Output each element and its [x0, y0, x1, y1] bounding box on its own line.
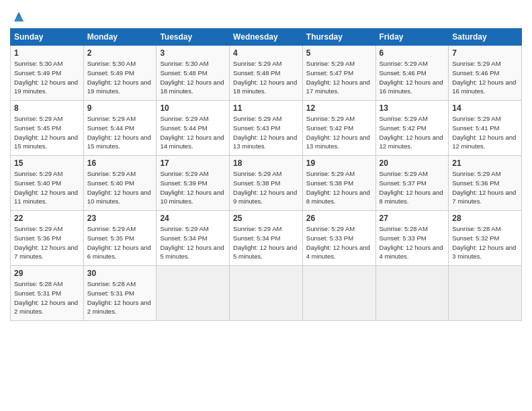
day-number: 8 [14, 103, 80, 113]
calendar-day-cell: 29Sunrise: 5:28 AMSunset: 5:31 PMDayligh… [11, 266, 84, 321]
day-info: Sunrise: 5:28 AMSunset: 5:31 PMDaylight:… [14, 279, 80, 316]
day-info: Sunrise: 5:29 AMSunset: 5:38 PMDaylight:… [233, 169, 299, 206]
day-number: 23 [87, 214, 153, 223]
day-number: 10 [160, 103, 226, 113]
weekday-header: Thursday [302, 29, 375, 46]
day-number: 17 [160, 158, 226, 168]
calendar-day-cell: 6Sunrise: 5:29 AMSunset: 5:46 PMDaylight… [375, 46, 449, 101]
day-info: Sunrise: 5:29 AMSunset: 5:34 PMDaylight:… [233, 224, 299, 261]
day-info: Sunrise: 5:29 AMSunset: 5:48 PMDaylight:… [233, 59, 299, 96]
calendar-day-cell: 13Sunrise: 5:29 AMSunset: 5:42 PMDayligh… [375, 101, 449, 156]
calendar-week-row: 22Sunrise: 5:29 AMSunset: 5:36 PMDayligh… [11, 211, 522, 266]
day-info: Sunrise: 5:29 AMSunset: 5:34 PMDaylight:… [160, 224, 226, 261]
day-number: 24 [160, 214, 226, 223]
calendar-day-cell [375, 266, 449, 321]
calendar-day-cell: 19Sunrise: 5:29 AMSunset: 5:38 PMDayligh… [302, 156, 375, 211]
calendar-day-cell: 25Sunrise: 5:29 AMSunset: 5:34 PMDayligh… [230, 211, 303, 266]
day-number: 3 [160, 48, 226, 58]
calendar-day-cell: 24Sunrise: 5:29 AMSunset: 5:34 PMDayligh… [157, 211, 230, 266]
calendar-day-cell: 16Sunrise: 5:29 AMSunset: 5:40 PMDayligh… [83, 156, 157, 211]
calendar-day-cell: 4Sunrise: 5:29 AMSunset: 5:48 PMDaylight… [230, 46, 303, 101]
day-number: 18 [233, 158, 299, 168]
calendar-day-cell: 20Sunrise: 5:29 AMSunset: 5:37 PMDayligh… [375, 156, 449, 211]
calendar-day-cell: 8Sunrise: 5:29 AMSunset: 5:45 PMDaylight… [11, 101, 84, 156]
day-number: 22 [14, 214, 80, 223]
day-number: 27 [380, 214, 445, 223]
day-info: Sunrise: 5:29 AMSunset: 5:36 PMDaylight:… [452, 169, 518, 206]
calendar-day-cell: 18Sunrise: 5:29 AMSunset: 5:38 PMDayligh… [230, 156, 303, 211]
calendar-day-cell: 14Sunrise: 5:29 AMSunset: 5:41 PMDayligh… [449, 101, 522, 156]
calendar-table: SundayMondayTuesdayWednesdayThursdayFrid… [10, 28, 522, 321]
day-number: 14 [452, 103, 518, 113]
calendar-day-cell: 1Sunrise: 5:30 AMSunset: 5:49 PMDaylight… [11, 46, 84, 101]
weekday-header: Saturday [449, 29, 522, 46]
calendar-day-cell: 10Sunrise: 5:29 AMSunset: 5:44 PMDayligh… [157, 101, 230, 156]
day-info: Sunrise: 5:29 AMSunset: 5:37 PMDaylight:… [380, 169, 445, 206]
calendar-day-cell: 12Sunrise: 5:29 AMSunset: 5:42 PMDayligh… [302, 101, 375, 156]
day-info: Sunrise: 5:29 AMSunset: 5:44 PMDaylight:… [87, 114, 153, 151]
day-info: Sunrise: 5:30 AMSunset: 5:48 PMDaylight:… [160, 59, 226, 96]
day-info: Sunrise: 5:28 AMSunset: 5:33 PMDaylight:… [380, 224, 445, 261]
calendar-day-cell: 28Sunrise: 5:28 AMSunset: 5:32 PMDayligh… [449, 211, 522, 266]
day-number: 25 [233, 214, 299, 223]
day-number: 12 [306, 103, 372, 113]
day-info: Sunrise: 5:29 AMSunset: 5:44 PMDaylight:… [160, 114, 226, 151]
day-number: 13 [380, 103, 445, 113]
day-info: Sunrise: 5:28 AMSunset: 5:31 PMDaylight:… [87, 279, 153, 316]
day-number: 5 [306, 48, 372, 58]
day-info: Sunrise: 5:29 AMSunset: 5:38 PMDaylight:… [306, 169, 372, 206]
day-number: 7 [452, 48, 518, 58]
day-info: Sunrise: 5:29 AMSunset: 5:46 PMDaylight:… [452, 59, 518, 96]
logo-icon [11, 9, 26, 24]
weekday-header: Sunday [11, 29, 84, 46]
day-number: 28 [452, 214, 518, 223]
day-number: 26 [306, 214, 372, 223]
calendar-day-cell: 22Sunrise: 5:29 AMSunset: 5:36 PMDayligh… [11, 211, 84, 266]
day-number: 20 [380, 158, 445, 168]
header [10, 7, 522, 24]
weekday-header: Monday [83, 29, 157, 46]
weekday-header: Wednesday [230, 29, 303, 46]
day-info: Sunrise: 5:29 AMSunset: 5:36 PMDaylight:… [14, 224, 80, 261]
day-number: 30 [87, 269, 153, 278]
calendar-day-cell: 9Sunrise: 5:29 AMSunset: 5:44 PMDaylight… [83, 101, 157, 156]
day-info: Sunrise: 5:29 AMSunset: 5:39 PMDaylight:… [160, 169, 226, 206]
calendar-day-cell: 23Sunrise: 5:29 AMSunset: 5:35 PMDayligh… [83, 211, 157, 266]
day-info: Sunrise: 5:29 AMSunset: 5:47 PMDaylight:… [306, 59, 372, 96]
calendar-day-cell: 3Sunrise: 5:30 AMSunset: 5:48 PMDaylight… [157, 46, 230, 101]
day-info: Sunrise: 5:29 AMSunset: 5:42 PMDaylight:… [306, 114, 372, 151]
calendar-day-cell [157, 266, 230, 321]
calendar-day-cell [230, 266, 303, 321]
day-info: Sunrise: 5:29 AMSunset: 5:45 PMDaylight:… [14, 114, 80, 151]
day-number: 6 [380, 48, 445, 58]
day-number: 19 [306, 158, 372, 168]
calendar-day-cell: 26Sunrise: 5:29 AMSunset: 5:33 PMDayligh… [302, 211, 375, 266]
calendar-day-cell [302, 266, 375, 321]
calendar-header: SundayMondayTuesdayWednesdayThursdayFrid… [11, 29, 522, 46]
day-number: 4 [233, 48, 299, 58]
logo [10, 9, 26, 24]
day-number: 16 [87, 158, 153, 168]
calendar-day-cell: 17Sunrise: 5:29 AMSunset: 5:39 PMDayligh… [157, 156, 230, 211]
calendar-day-cell: 27Sunrise: 5:28 AMSunset: 5:33 PMDayligh… [375, 211, 449, 266]
day-info: Sunrise: 5:29 AMSunset: 5:40 PMDaylight:… [87, 169, 153, 206]
day-info: Sunrise: 5:29 AMSunset: 5:43 PMDaylight:… [233, 114, 299, 151]
calendar-day-cell: 2Sunrise: 5:30 AMSunset: 5:49 PMDaylight… [83, 46, 157, 101]
day-number: 9 [87, 103, 153, 113]
calendar-week-row: 1Sunrise: 5:30 AMSunset: 5:49 PMDaylight… [11, 46, 522, 101]
day-info: Sunrise: 5:30 AMSunset: 5:49 PMDaylight:… [14, 59, 80, 96]
weekday-header: Tuesday [157, 29, 230, 46]
day-number: 21 [452, 158, 518, 168]
calendar-day-cell: 21Sunrise: 5:29 AMSunset: 5:36 PMDayligh… [449, 156, 522, 211]
calendar-week-row: 29Sunrise: 5:28 AMSunset: 5:31 PMDayligh… [11, 266, 522, 321]
day-number: 29 [14, 269, 80, 278]
calendar-day-cell [449, 266, 522, 321]
day-number: 1 [14, 48, 80, 58]
day-info: Sunrise: 5:29 AMSunset: 5:42 PMDaylight:… [380, 114, 445, 151]
day-info: Sunrise: 5:28 AMSunset: 5:32 PMDaylight:… [452, 224, 518, 261]
day-number: 15 [14, 158, 80, 168]
day-info: Sunrise: 5:29 AMSunset: 5:40 PMDaylight:… [14, 169, 80, 206]
calendar-day-cell: 15Sunrise: 5:29 AMSunset: 5:40 PMDayligh… [11, 156, 84, 211]
weekday-header: Friday [375, 29, 449, 46]
day-info: Sunrise: 5:29 AMSunset: 5:46 PMDaylight:… [380, 59, 445, 96]
